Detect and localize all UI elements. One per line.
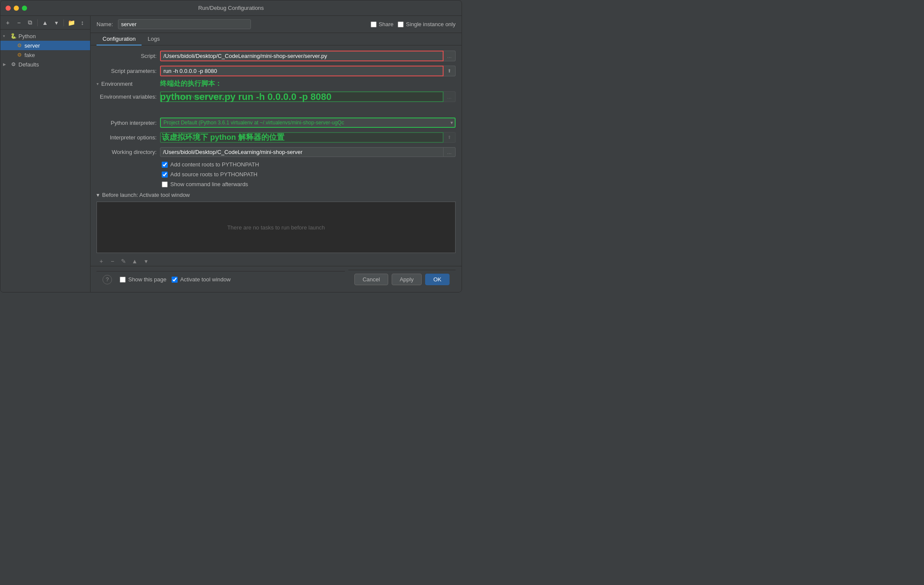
- server-item-icon: ⚙: [16, 42, 23, 49]
- interp-options-row: Interpreter options: ⬆ 该虚拟环境下 python 解释器…: [97, 132, 456, 143]
- share-label: Share: [379, 21, 394, 27]
- activate-tool-window-row: Activate tool window: [172, 276, 231, 283]
- script-browse-button[interactable]: …: [444, 51, 456, 61]
- tree-server-item[interactable]: ⚙ server: [0, 41, 90, 50]
- folder-button[interactable]: 📁: [66, 18, 76, 27]
- env-vars-label: Environment variables:: [97, 93, 157, 100]
- python-interp-select[interactable]: Project Default (Python 3.6.1 virtualenv…: [160, 118, 456, 128]
- right-header-options: Share Single instance only: [371, 21, 456, 27]
- show-command-line-checkbox[interactable]: [162, 181, 168, 187]
- move-down-button[interactable]: ▾: [51, 18, 61, 27]
- tab-logs[interactable]: Logs: [142, 33, 166, 45]
- bottom-bar-left: ? Show this page Activate tool window: [97, 271, 345, 288]
- before-launch-header[interactable]: ▾ Before launch: Activate tool window: [97, 192, 456, 198]
- help-button[interactable]: ?: [103, 275, 112, 284]
- defaults-label: Defaults: [18, 61, 39, 68]
- add-configuration-button[interactable]: +: [3, 18, 12, 27]
- env-vars-browse-button[interactable]: …: [444, 91, 456, 102]
- before-launch-box: There are no tasks to run before launch: [97, 202, 456, 253]
- share-checkbox[interactable]: [371, 21, 377, 27]
- env-vars-row: Environment variables: 终端处的执行脚本： python …: [97, 91, 456, 102]
- main-content: + − ⧉ ▲ ▾ 📁 ↕ ▾ 🐍 Python ⚙: [0, 16, 462, 292]
- copy-configuration-button[interactable]: ⧉: [25, 18, 35, 27]
- working-dir-label: Working directory:: [97, 149, 157, 155]
- script-input-group: …: [160, 51, 456, 61]
- traffic-lights: [6, 6, 27, 11]
- before-launch-toolbar: + − ✎ ▲ ▾: [97, 256, 456, 266]
- show-page-checkbox[interactable]: [120, 277, 126, 283]
- env-vars-input[interactable]: [160, 91, 444, 102]
- tab-configuration[interactable]: Configuration: [97, 33, 142, 45]
- apply-button[interactable]: Apply: [392, 274, 422, 285]
- name-field-label: Name:: [97, 21, 113, 27]
- tree-fake-item[interactable]: ⚙ fake: [0, 50, 90, 60]
- interp-options-browse-button[interactable]: ⬆: [444, 132, 456, 143]
- script-row: Script: …: [97, 51, 456, 61]
- share-option: Share: [371, 21, 394, 27]
- right-header: Name: Share Single instance only: [91, 16, 462, 33]
- bl-edit-button[interactable]: ✎: [119, 256, 128, 266]
- activate-tool-window-checkbox[interactable]: [172, 277, 178, 283]
- sort-button[interactable]: ↕: [78, 18, 87, 27]
- defaults-arrow: ▶: [3, 62, 8, 66]
- bl-add-button[interactable]: +: [97, 256, 106, 266]
- tabs-row: Configuration Logs: [91, 33, 462, 45]
- tree-python-group[interactable]: ▾ 🐍 Python: [0, 31, 90, 41]
- run-debug-configurations-window: Run/Debug Configurations + − ⧉ ▲ ▾ 📁 ↕ ▾…: [0, 0, 462, 292]
- bl-up-button[interactable]: ▲: [130, 256, 139, 266]
- interp-options-label: Interpreter options:: [97, 134, 157, 141]
- window-title: Run/Debug Configurations: [198, 5, 264, 11]
- interp-options-input[interactable]: [160, 132, 444, 143]
- close-button[interactable]: [6, 6, 11, 11]
- show-page-row: Show this page: [120, 276, 166, 283]
- right-panel: Name: Share Single instance only Configu…: [91, 16, 462, 292]
- server-item-label: server: [24, 42, 40, 49]
- script-params-input[interactable]: [160, 66, 444, 76]
- maximize-button[interactable]: [22, 6, 27, 11]
- bl-down-button[interactable]: ▾: [141, 256, 151, 266]
- ok-button[interactable]: OK: [425, 274, 450, 285]
- script-input[interactable]: [160, 51, 444, 61]
- working-dir-row: Working directory: …: [97, 147, 456, 157]
- move-up-button[interactable]: ▲: [40, 18, 50, 27]
- script-params-row: Script parameters: ⬆: [97, 66, 456, 76]
- add-content-roots-checkbox[interactable]: [162, 162, 168, 168]
- title-bar: Run/Debug Configurations: [0, 0, 462, 16]
- working-dir-input[interactable]: [160, 147, 444, 157]
- working-dir-browse-button[interactable]: …: [444, 147, 456, 157]
- cancel-button[interactable]: Cancel: [354, 274, 388, 285]
- python-group-label: Python: [18, 33, 36, 39]
- minimize-button[interactable]: [14, 6, 19, 11]
- environment-arrow: ▾: [97, 81, 99, 86]
- add-source-roots-row: Add source roots to PYTHONPATH: [97, 171, 456, 178]
- bottom-bar-right: Cancel Apply OK: [348, 270, 456, 289]
- defaults-icon: ⚙: [10, 61, 17, 68]
- tree-defaults-item[interactable]: ▶ ⚙ Defaults: [0, 60, 90, 69]
- python-group-arrow: ▾: [3, 34, 8, 38]
- add-source-roots-checkbox[interactable]: [162, 172, 168, 178]
- python-interp-row: Python interpreter: Project Default (Pyt…: [97, 118, 456, 128]
- bl-remove-button[interactable]: −: [108, 256, 117, 266]
- script-params-browse-button[interactable]: ⬆: [444, 66, 456, 76]
- before-launch-section: ▾ Before launch: Activate tool window Th…: [97, 192, 456, 266]
- python-group-icon: 🐍: [10, 33, 17, 39]
- show-command-line-row: Show command line afterwards: [97, 181, 456, 187]
- python-interp-label: Python interpreter:: [97, 120, 157, 126]
- add-content-roots-label: Add content roots to PYTHONPATH: [170, 161, 259, 168]
- environment-section-header[interactable]: ▾ Environment: [97, 81, 456, 87]
- before-launch-arrow: ▾: [97, 192, 100, 198]
- config-form: Script: … Script parameters: ⬆: [91, 45, 462, 266]
- interp-options-input-group: ⬆: [160, 132, 456, 143]
- script-label: Script:: [97, 53, 157, 59]
- before-launch-label: Before launch: Activate tool window: [102, 192, 190, 198]
- script-params-input-group: ⬆: [160, 66, 456, 76]
- add-content-roots-row: Add content roots to PYTHONPATH: [97, 161, 456, 168]
- configuration-tree: ▾ 🐍 Python ⚙ server ⚙ fake ▶ ⚙: [0, 30, 90, 292]
- show-page-label: Show this page: [128, 276, 166, 283]
- single-instance-checkbox[interactable]: [398, 21, 404, 27]
- add-source-roots-label: Add source roots to PYTHONPATH: [170, 171, 257, 178]
- working-dir-input-group: …: [160, 147, 456, 157]
- fake-item-icon: ⚙: [16, 51, 23, 58]
- remove-configuration-button[interactable]: −: [14, 18, 24, 27]
- name-input[interactable]: [118, 19, 251, 29]
